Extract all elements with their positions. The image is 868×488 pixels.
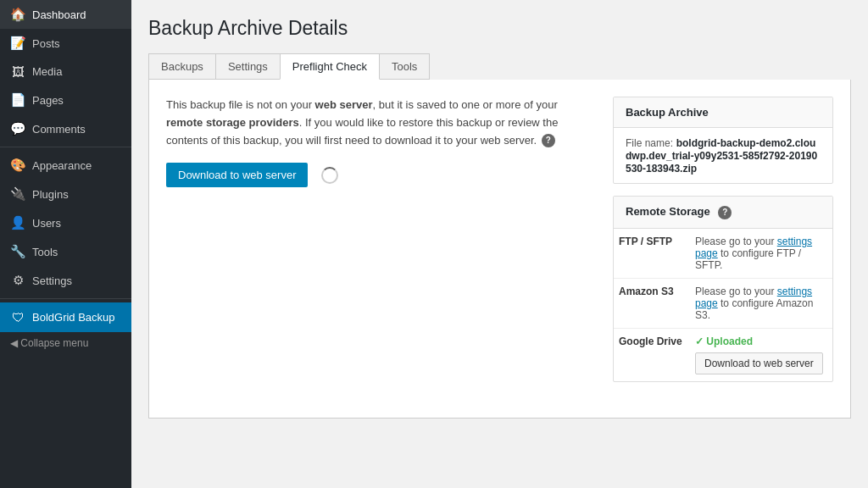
sidebar-item-label: Appearance xyxy=(32,159,92,172)
sidebar-item-appearance[interactable]: 🎨 Appearance xyxy=(0,151,131,180)
sidebar-item-boldgrid[interactable]: 🛡 BoldGrid Backup xyxy=(0,302,131,332)
gdrive-label: Google Drive xyxy=(614,328,690,381)
s3-row: Amazon S3 Please go to your settings pag… xyxy=(614,278,832,328)
ftp-settings-link[interactable]: settings page xyxy=(695,236,812,259)
sidebar-item-settings[interactable]: ⚙ Settings xyxy=(0,266,131,295)
sidebar-item-users[interactable]: 👤 Users xyxy=(0,208,131,237)
boldgrid-label: BoldGrid Backup xyxy=(32,311,115,324)
sidebar: 🏠 Dashboard 📝 Posts 🖼 Media 📄 Pages 💬 Co… xyxy=(0,0,131,488)
tab-settings[interactable]: Settings xyxy=(215,53,281,80)
posts-icon: 📝 xyxy=(10,36,25,51)
ftp-label: FTP / SFTP xyxy=(614,229,690,279)
tab-backups[interactable]: Backups xyxy=(148,53,216,80)
collapse-label: Collapse menu xyxy=(20,337,88,349)
sidebar-item-pages[interactable]: 📄 Pages xyxy=(0,86,131,114)
uploaded-badge: ✓ Uploaded xyxy=(695,336,753,347)
sidebar-item-label: Users xyxy=(32,217,61,230)
page-title: Backup Archive Details xyxy=(148,17,851,40)
backup-archive-body: File name: boldgrid-backup-demo2.cloudwp… xyxy=(614,128,832,183)
sidebar-item-label: Tools xyxy=(32,246,58,258)
tab-tools[interactable]: Tools xyxy=(379,53,430,80)
dashboard-icon: 🏠 xyxy=(10,7,25,22)
gdrive-value: ✓ Uploaded Download to web server xyxy=(690,328,832,381)
sidebar-item-posts[interactable]: 📝 Posts xyxy=(0,29,131,58)
gdrive-row-inner: ✓ Uploaded xyxy=(695,336,827,347)
sidebar-item-label: Plugins xyxy=(32,188,69,201)
sidebar-item-comments[interactable]: 💬 Comments xyxy=(0,114,131,143)
ftp-value: Please go to your settings page to confi… xyxy=(690,229,832,279)
help-icon[interactable]: ? xyxy=(542,134,555,147)
tab-bar: Backups Settings Preflight Check Tools xyxy=(148,53,851,80)
gdrive-download-wrapper: Download to web server xyxy=(695,347,827,374)
loading-spinner xyxy=(321,167,338,184)
content-area: This backup file is not on your web serv… xyxy=(148,80,851,419)
right-panel: Backup Archive File name: boldgrid-backu… xyxy=(613,97,833,401)
settings-icon: ⚙ xyxy=(10,273,25,288)
sidebar-item-label: Settings xyxy=(32,274,72,287)
sidebar-item-label: Media xyxy=(32,65,62,78)
s3-value: Please go to your settings page to confi… xyxy=(690,278,832,328)
sidebar-item-label: Comments xyxy=(32,123,86,136)
remote-storage-title: Remote Storage ? xyxy=(614,197,832,229)
media-icon: 🖼 xyxy=(10,64,25,79)
file-label: File name: xyxy=(626,137,673,149)
sidebar-item-label: Dashboard xyxy=(32,8,86,21)
tab-preflight-check[interactable]: Preflight Check xyxy=(280,53,380,80)
plugins-icon: 🔌 xyxy=(10,186,25,202)
main-content: Backup Archive Details Backups Settings … xyxy=(131,0,868,488)
ftp-row: FTP / SFTP Please go to your settings pa… xyxy=(614,229,832,279)
backup-archive-card: Backup Archive File name: boldgrid-backu… xyxy=(613,97,833,184)
remote-storage-card: Remote Storage ? FTP / SFTP Please go to… xyxy=(613,196,833,382)
backup-archive-title: Backup Archive xyxy=(614,97,832,128)
sidebar-item-tools[interactable]: 🔧 Tools xyxy=(0,237,131,266)
appearance-icon: 🎨 xyxy=(10,158,25,173)
users-icon: 👤 xyxy=(10,215,25,230)
remote-storage-help-icon[interactable]: ? xyxy=(718,206,732,219)
pages-icon: 📄 xyxy=(10,92,25,108)
sidebar-item-dashboard[interactable]: 🏠 Dashboard xyxy=(0,0,131,29)
comments-icon: 💬 xyxy=(10,121,25,136)
collapse-menu[interactable]: ◀ Collapse menu xyxy=(0,332,131,354)
remote-storage-body: FTP / SFTP Please go to your settings pa… xyxy=(614,229,832,381)
storage-table: FTP / SFTP Please go to your settings pa… xyxy=(614,229,832,381)
gdrive-download-button[interactable]: Download to web server xyxy=(695,352,823,374)
s3-label: Amazon S3 xyxy=(614,278,690,328)
info-text: This backup file is not on your web serv… xyxy=(166,97,596,149)
sidebar-item-label: Pages xyxy=(32,94,64,107)
gdrive-row: Google Drive ✓ Uploaded Download to web … xyxy=(614,328,832,381)
tools-icon: 🔧 xyxy=(10,244,25,259)
boldgrid-icon: 🛡 xyxy=(10,310,25,324)
left-panel: This backup file is not on your web serv… xyxy=(166,97,596,401)
collapse-icon: ◀ xyxy=(10,337,18,349)
sidebar-item-media[interactable]: 🖼 Media xyxy=(0,58,131,86)
sidebar-item-plugins[interactable]: 🔌 Plugins xyxy=(0,180,131,208)
s3-settings-link[interactable]: settings page xyxy=(695,286,812,309)
sidebar-item-label: Posts xyxy=(32,37,60,50)
download-to-webserver-button[interactable]: Download to web server xyxy=(166,163,308,187)
